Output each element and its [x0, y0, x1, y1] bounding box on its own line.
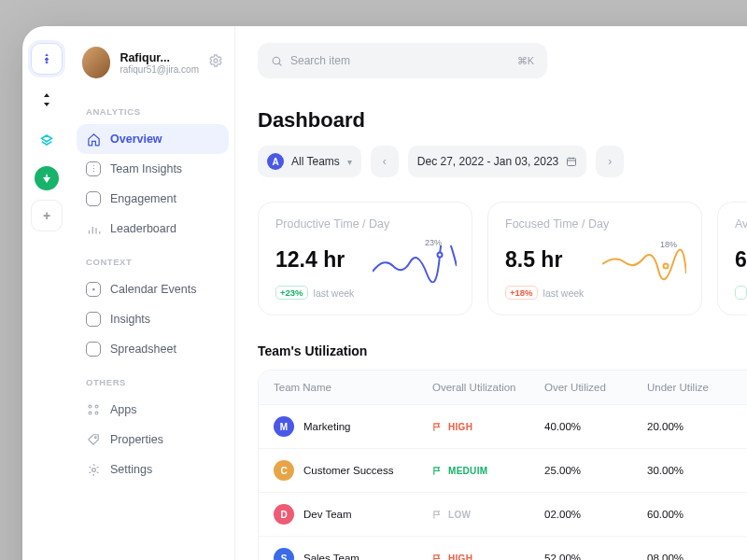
sidebar-item-engagement[interactable]: Engagement: [77, 184, 229, 214]
table-header: Team Name Overall Utilization Over Utili…: [259, 371, 747, 404]
flag-icon: [432, 422, 443, 432]
spark-peak-label: 23%: [425, 238, 442, 247]
team-name: Dev Team: [303, 509, 352, 520]
team-filter[interactable]: A All Teams ▾: [258, 146, 361, 177]
app-shell: + Rafiqur... rafiqur51@jira.com ANALYTIC…: [22, 26, 747, 560]
date-range-picker[interactable]: Dec 27, 2022 - Jan 03, 2023: [408, 146, 586, 177]
utilization-table: Team Name Overall Utilization Over Utili…: [258, 370, 747, 560]
flag-icon: [432, 510, 443, 520]
filter-controls: A All Teams ▾ ‹ Dec 27, 2022 - Jan 03, 2…: [258, 146, 747, 177]
calendar-icon: ▪: [86, 282, 101, 297]
sidebar-item-label: Overview: [110, 133, 162, 146]
search-input[interactable]: Search item ⌘K: [258, 43, 547, 78]
team-name: Customer Success: [303, 465, 394, 476]
card-focused-time: Focused Time / Day 8.5 hr +18% last week…: [487, 202, 702, 315]
sidebar-item-label: Insights: [110, 313, 150, 326]
th-under: Under Utilize: [647, 382, 747, 393]
flag-icon: [432, 466, 443, 476]
date-next-button[interactable]: ›: [596, 146, 624, 177]
svg-point-6: [92, 468, 95, 471]
sparkline: [373, 245, 457, 283]
cell-flag: LOW: [432, 510, 544, 520]
team-dot: C: [274, 460, 294, 481]
svg-point-7: [273, 57, 280, 64]
svg-point-5: [94, 437, 96, 439]
table-row[interactable]: DDev TeamLOW02.00%60.00%38.00%: [259, 492, 747, 536]
sidebar-item-label: Team Insights: [110, 162, 182, 175]
profile-name: Rafiqur...: [120, 51, 199, 64]
calendar-icon: [566, 156, 577, 167]
section-label-context: CONTEXT: [77, 244, 229, 274]
flag-label: HIGH: [448, 422, 472, 432]
rail-item-4[interactable]: [35, 166, 59, 190]
delta-suffix: last week: [543, 287, 585, 299]
main-content: Search item ⌘K Dashboard A All Teams ▾ ‹…: [235, 26, 747, 560]
sidebar-item-label: Leaderboard: [110, 222, 176, 235]
section-label-others: OTHERS: [77, 364, 229, 395]
cell-over: 52.00%: [544, 553, 647, 560]
svg-rect-8: [568, 159, 576, 166]
svg-point-2: [95, 405, 98, 408]
sidebar-item-label: Calendar Events: [110, 283, 196, 296]
sparkline: [602, 245, 686, 283]
card-value: 6.: [735, 247, 747, 273]
cell-flag: HIGH: [432, 422, 544, 432]
sidebar-item-label: Apps: [110, 403, 137, 416]
table-row[interactable]: MMarketingHIGH40.00%20.00%40.00%: [259, 404, 747, 448]
card-per: / Day: [582, 217, 609, 231]
sidebar-item-spreadsheet[interactable]: Spreadsheet: [77, 334, 229, 364]
profile-block[interactable]: Rafiqur... rafiqur51@jira.com: [77, 43, 229, 93]
chart-icon: ⋮: [86, 161, 101, 176]
card-partial: Av 6.: [717, 202, 747, 315]
card-productive-time: Productive Time / Day 12.4 hr +23% last …: [258, 202, 472, 315]
cell-flag: MEDUIM: [432, 466, 544, 476]
cell-team: MMarketing: [274, 416, 432, 437]
flag-label: HIGH: [448, 553, 472, 561]
search-icon: [271, 55, 283, 67]
sidebar-item-settings[interactable]: Settings: [77, 455, 229, 484]
table-row[interactable]: CCustomer SuccessMEDUIM25.00%30.00%45.00…: [259, 448, 747, 492]
rail-add-button[interactable]: +: [31, 200, 63, 231]
sidebar-item-leaderboard[interactable]: Leaderboard: [77, 214, 229, 244]
sidebar-item-insights[interactable]: Insights: [77, 304, 229, 334]
jira-icon[interactable]: [31, 43, 63, 75]
app-rail: +: [22, 26, 71, 560]
sidebar-item-label: Engagement: [110, 192, 176, 205]
section-title-utilization: Team's Utilization: [258, 343, 747, 358]
cell-over: 02.00%: [544, 509, 647, 520]
team-filter-label: All Teams: [291, 155, 340, 168]
cell-team: SSales Team: [274, 548, 432, 560]
sidebar-item-label: Properties: [110, 433, 163, 446]
team-name: Sales Team: [303, 553, 359, 560]
home-icon: [86, 132, 101, 147]
rail-item-3[interactable]: [31, 125, 63, 157]
date-range-label: Dec 27, 2022 - Jan 03, 2023: [417, 155, 558, 168]
svg-point-3: [89, 412, 92, 414]
sidebar-item-apps[interactable]: Apps: [77, 395, 229, 425]
sidebar-item-overview[interactable]: Overview: [77, 124, 229, 154]
sidebar-item-team-insights[interactable]: ⋮ Team Insights: [77, 154, 229, 184]
th-team: Team Name: [274, 382, 432, 393]
card-title: Productive Time: [275, 217, 359, 231]
flag-label: LOW: [448, 510, 471, 520]
chevron-down-icon: ▾: [347, 157, 352, 167]
flag-icon: [432, 553, 443, 561]
delta-suffix: last week: [314, 287, 355, 299]
delta-badge: [735, 286, 747, 300]
leaderboard-icon: [86, 221, 101, 236]
gear-icon[interactable]: [208, 53, 223, 72]
cell-under: 30.00%: [647, 465, 747, 476]
cell-under: 60.00%: [647, 509, 747, 520]
apps-icon: [86, 402, 101, 417]
sidebar: Rafiqur... rafiqur51@jira.com ANALYTICS …: [71, 26, 235, 560]
rail-item-2[interactable]: [31, 84, 63, 116]
stat-cards: Productive Time / Day 12.4 hr +23% last …: [258, 202, 747, 315]
table-row[interactable]: SSales TeamHIGH52.00%08.00%40.00%: [259, 536, 747, 560]
date-prev-button[interactable]: ‹: [371, 146, 399, 177]
svg-point-4: [95, 412, 98, 414]
team-dot: M: [274, 416, 294, 437]
page-title: Dashboard: [258, 108, 747, 133]
card-title: Av: [735, 217, 747, 231]
sidebar-item-calendar[interactable]: ▪ Calendar Events: [77, 274, 229, 304]
sidebar-item-properties[interactable]: Properties: [77, 425, 229, 455]
